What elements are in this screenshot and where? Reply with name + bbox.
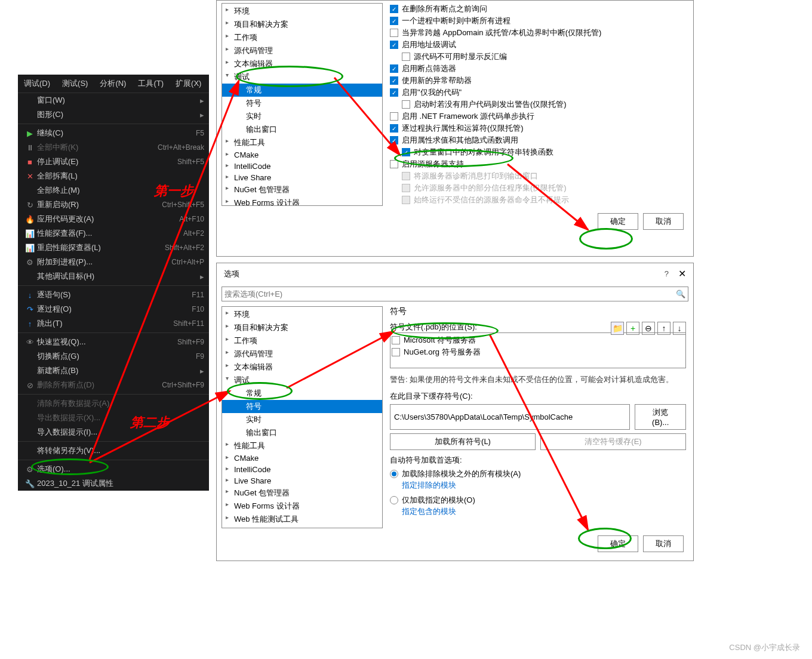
menu-item[interactable]: 窗口(W)▸ <box>18 93 209 107</box>
tree-item[interactable]: ▸项目和解决方案 <box>222 18 382 31</box>
cancel-button[interactable]: 取消 <box>643 535 684 552</box>
tree-item[interactable]: ▸Live Share <box>222 475 382 486</box>
checkbox[interactable] <box>392 336 400 344</box>
tree-item[interactable]: ▸IntelliCode <box>222 161 382 172</box>
menu-item[interactable]: 👁快速监视(Q)...Shift+F9 <box>18 335 209 349</box>
search-icon[interactable]: 🔍 <box>676 290 685 298</box>
checkbox[interactable] <box>390 112 398 121</box>
load-all-symbols-button[interactable]: 加载所有符号(L) <box>390 433 536 450</box>
cache-path-input[interactable] <box>390 404 630 430</box>
tree-item[interactable]: ▸性能工具 <box>222 439 382 452</box>
checkbox[interactable] <box>402 100 410 109</box>
menubar-item[interactable]: 调试(D) <box>18 75 56 93</box>
menu-item[interactable]: ✕全部拆离(L) <box>18 169 209 183</box>
checkbox[interactable] <box>392 348 400 356</box>
ok-button[interactable]: 确定 <box>598 535 638 552</box>
checkbox[interactable]: ✓ <box>390 64 398 73</box>
remove-icon[interactable]: ⊖ <box>642 322 655 335</box>
menu-item[interactable]: 新建断点(B)▸ <box>18 364 209 378</box>
tree-item[interactable]: ▾调试 <box>222 70 382 84</box>
menubar-item[interactable]: 测试(S) <box>56 75 94 93</box>
checkbox[interactable]: ✓ <box>390 88 398 97</box>
tree-item[interactable]: 输出窗口 <box>222 426 382 439</box>
new-folder-icon[interactable]: 📁 <box>611 322 624 335</box>
menubar-item[interactable]: 工具(T) <box>132 75 170 93</box>
checkbox[interactable]: ✓ <box>402 148 410 156</box>
menu-item[interactable]: 图形(C)▸ <box>18 107 209 122</box>
symbol-servers-list[interactable]: Microsoft 符号服务器NuGet.org 符号服务器 <box>390 332 686 368</box>
search-options[interactable]: 🔍 <box>222 287 688 301</box>
move-up-icon[interactable]: ↑ <box>657 322 670 335</box>
tree-item[interactable]: ▸环境 <box>222 308 382 321</box>
options-tree[interactable]: ▸环境▸项目和解决方案▸工作项▸源代码管理▸文本编辑器▾调试常规符号实时输出窗口… <box>222 3 383 206</box>
tree-item[interactable]: ▸Web 性能测试工具 <box>222 513 382 526</box>
tree-item[interactable]: ▸工作项 <box>222 31 382 44</box>
clear-cache-button[interactable]: 清空符号缓存(E) <box>540 433 686 450</box>
menu-item[interactable]: ▶继续(C)F5 <box>18 126 209 140</box>
menu-item[interactable]: 🔥应用代码更改(A)Alt+F10 <box>18 212 209 226</box>
tree-item[interactable]: ▸性能工具 <box>222 136 382 149</box>
tree-item[interactable]: 实时 <box>222 110 382 123</box>
tree-item[interactable]: 符号 <box>222 97 382 110</box>
menu-item[interactable]: 将转储另存为(V)... <box>18 444 209 458</box>
checkbox[interactable] <box>390 160 398 168</box>
menu-item[interactable]: 切换断点(G)F9 <box>18 349 209 364</box>
checkbox[interactable]: ✓ <box>390 76 398 85</box>
checkbox[interactable] <box>390 29 398 37</box>
checkbox[interactable]: ✓ <box>390 41 398 49</box>
cancel-button[interactable]: 取消 <box>643 213 684 230</box>
menu-item[interactable]: ⚙选项(O)... <box>18 462 209 476</box>
tree-item[interactable]: ▸NuGet 包管理器 <box>222 486 382 500</box>
search-input[interactable] <box>224 290 676 298</box>
menubar-item[interactable]: 分析(N) <box>94 75 132 93</box>
tree-item[interactable]: ▸源代码管理 <box>222 347 382 361</box>
tree-item[interactable]: 实时 <box>222 413 382 426</box>
menu-item[interactable]: ⚙附加到进程(P)...Ctrl+Alt+P <box>18 255 209 269</box>
tree-item[interactable]: ▸环境 <box>222 5 382 18</box>
specify-excluded-link[interactable]: 指定排除的模块 <box>402 481 456 489</box>
checkbox[interactable]: ✓ <box>390 136 398 144</box>
tree-item[interactable]: ▸CMake <box>222 452 382 464</box>
close-icon[interactable]: ✕ <box>678 268 686 279</box>
checkbox[interactable]: ✓ <box>390 124 398 133</box>
tree-item[interactable]: ▸文本编辑器 <box>222 361 382 374</box>
tree-item[interactable]: 符号 <box>222 400 382 413</box>
tree-item[interactable]: 常规 <box>222 84 382 97</box>
menu-item[interactable]: 其他调试目标(H)▸ <box>18 269 209 284</box>
checkbox[interactable]: ✓ <box>390 5 398 13</box>
tree-item[interactable]: ▸CMake <box>222 149 382 161</box>
move-down-icon[interactable]: ↓ <box>673 322 686 335</box>
tree-item[interactable]: ▸Web Forms 设计器 <box>222 196 382 206</box>
menubar-item[interactable]: 扩展(X) <box>170 75 207 93</box>
radio-all-modules[interactable] <box>390 470 398 478</box>
tree-item[interactable]: ▸Windows 窗体设计器 <box>222 526 382 528</box>
options-tree[interactable]: ▸环境▸项目和解决方案▸工作项▸源代码管理▸文本编辑器▾调试常规符号实时输出窗口… <box>222 306 383 528</box>
ok-button[interactable]: 确定 <box>598 213 638 230</box>
menu-item[interactable]: 导入数据提示(I)... <box>18 425 209 439</box>
checkbox[interactable]: ✓ <box>390 17 398 25</box>
menu-item[interactable]: ↷逐过程(O)F10 <box>18 302 209 316</box>
menu-item[interactable]: ↑跳出(T)Shift+F11 <box>18 316 209 331</box>
help-icon[interactable]: ? <box>665 269 669 278</box>
browse-button[interactable]: 浏览(B)... <box>635 404 686 430</box>
tree-item[interactable]: ▸IntelliCode <box>222 464 382 475</box>
add-icon[interactable]: + <box>626 322 639 335</box>
tree-item[interactable]: ▸Web Forms 设计器 <box>222 500 382 513</box>
tree-item[interactable]: 输出窗口 <box>222 123 382 136</box>
menu-item[interactable]: ■停止调试(E)Shift+F5 <box>18 155 209 169</box>
radio-specified-modules[interactable] <box>390 496 398 504</box>
tree-item[interactable]: ▸工作项 <box>222 334 382 347</box>
specify-included-link[interactable]: 指定包含的模块 <box>402 507 456 516</box>
menu-item[interactable]: 📊性能探查器(F)...Alt+F2 <box>18 226 209 241</box>
tree-item[interactable]: ▸项目和解决方案 <box>222 321 382 334</box>
tree-item[interactable]: ▸文本编辑器 <box>222 57 382 70</box>
checkbox[interactable] <box>402 53 410 61</box>
menu-item[interactable]: ↓逐语句(S)F11 <box>18 288 209 302</box>
tree-item[interactable]: ▸源代码管理 <box>222 44 382 57</box>
menu-item[interactable]: 🔧2023_10_21 调试属性 <box>18 476 209 491</box>
tree-item[interactable]: ▸NuGet 包管理器 <box>222 183 382 196</box>
tree-item[interactable]: 常规 <box>222 387 382 400</box>
menu-item[interactable]: 📊重启性能探查器(L)Shift+Alt+F2 <box>18 241 209 255</box>
tree-item[interactable]: ▾调试 <box>222 374 382 387</box>
tree-item[interactable]: ▸Live Share <box>222 172 382 183</box>
